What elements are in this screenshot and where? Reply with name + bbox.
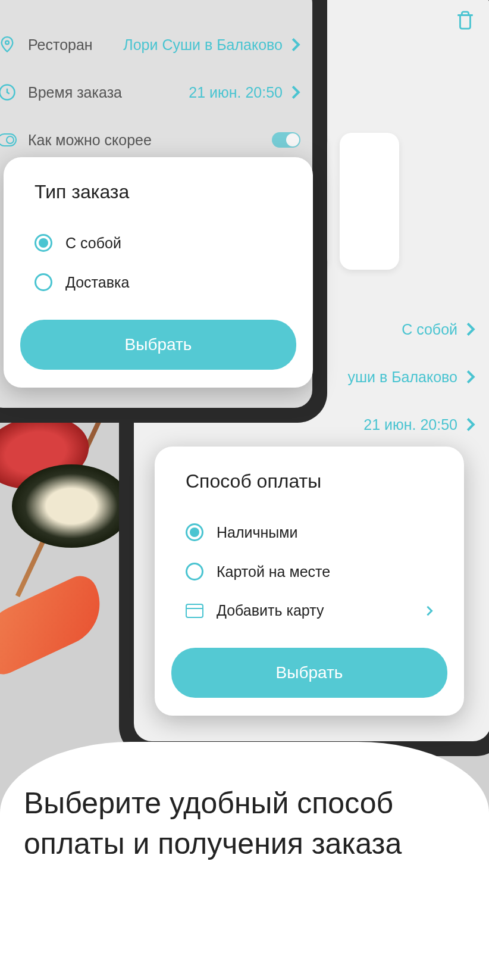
row-value: С собой <box>402 321 457 338</box>
svg-point-0 <box>5 41 9 45</box>
asap-row[interactable]: Как можно скорее <box>0 116 300 164</box>
toggle-icon <box>0 130 17 150</box>
chevron-right-icon <box>466 369 475 385</box>
order-type-delivery-option[interactable]: Доставка <box>20 263 296 302</box>
payment-card-on-site-option[interactable]: Картой на месте <box>171 552 447 591</box>
trash-icon[interactable] <box>455 9 475 32</box>
asap-toggle[interactable] <box>272 132 300 148</box>
chevron-right-icon <box>291 85 300 100</box>
restaurant-row[interactable]: Ресторан Лори Суши в Балаково <box>0 21 300 68</box>
payment-method-modal: Способ оплаты Наличными Картой на месте … <box>155 447 464 716</box>
select-button[interactable]: Выбрать <box>20 320 296 370</box>
promo-slab: Выберите удобный способ оплаты и получен… <box>0 742 489 980</box>
order-type-modal: Тип заказа С собой Доставка Выбрать <box>4 157 313 388</box>
radio-label: Картой на месте <box>217 563 330 580</box>
row-label: Время заказа <box>28 84 122 101</box>
row-label: Ресторан <box>28 36 93 54</box>
row-value: 21 июн. 20:50 <box>363 416 457 433</box>
radio-label: Добавить карту <box>217 602 324 619</box>
radio-label: Доставка <box>65 274 129 291</box>
radio-selected-icon <box>186 523 203 541</box>
order-type-pickup-option[interactable]: С собой <box>20 223 296 263</box>
promo-headline: Выберите удобный способ оплаты и получен… <box>24 784 465 864</box>
row-value: Лори Суши в Балаково <box>123 36 283 54</box>
row-value: 21 июн. 20:50 <box>189 84 283 101</box>
svg-point-3 <box>7 136 14 143</box>
modal-title: Тип заказа <box>35 181 296 203</box>
radio-label: С собой <box>65 235 121 252</box>
radio-label: Наличными <box>217 524 297 541</box>
product-card-partial[interactable] <box>340 133 399 270</box>
location-pin-icon <box>0 35 17 55</box>
chevron-right-icon <box>466 322 475 337</box>
chevron-right-icon <box>466 417 475 432</box>
payment-add-card-option[interactable]: Добавить карту <box>171 591 447 630</box>
row-label: Как можно скорее <box>28 132 152 149</box>
clock-icon <box>0 82 17 102</box>
radio-unselected-icon <box>186 563 203 580</box>
radio-unselected-icon <box>35 273 52 291</box>
row-value: уши в Балаково <box>347 369 457 386</box>
modal-title: Способ оплаты <box>186 470 447 492</box>
payment-cash-option[interactable]: Наличными <box>171 513 447 552</box>
order-time-row[interactable]: Время заказа 21 июн. 20:50 <box>0 68 300 116</box>
radio-selected-icon <box>35 234 52 252</box>
credit-card-icon <box>186 604 203 618</box>
chevron-right-icon <box>426 605 433 617</box>
chevron-right-icon <box>291 37 300 52</box>
select-button[interactable]: Выбрать <box>171 648 447 698</box>
